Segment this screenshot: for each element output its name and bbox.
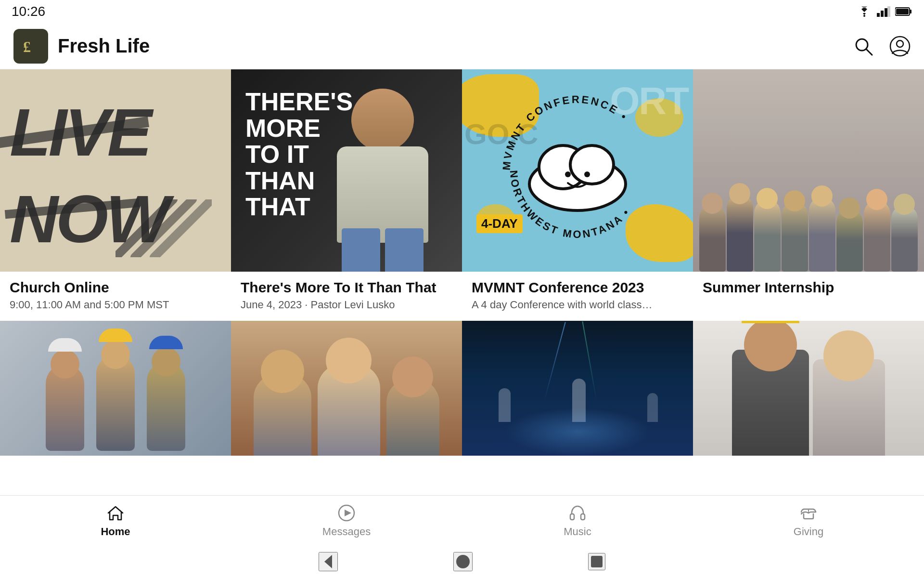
profile-button[interactable] (889, 36, 911, 57)
play-icon (337, 503, 356, 523)
svg-rect-29 (591, 556, 603, 567)
system-nav (0, 545, 924, 578)
svg-rect-6 (910, 10, 911, 13)
smiling-people (231, 321, 462, 456)
theres-more-subtitle: June 4, 2023 · Pastor Levi Lusko (241, 299, 452, 311)
profile-icon (889, 36, 911, 57)
card2-2-inner (231, 321, 462, 456)
card-mvmnt-conf[interactable]: ORT GO.C (462, 69, 693, 272)
cards-row-2 (0, 321, 924, 456)
svg-point-20 (584, 171, 590, 177)
wifi-icon (857, 6, 872, 17)
info-summer-internship: Summer Internship (693, 279, 924, 311)
workers-group (0, 321, 231, 456)
card2-1-inner (0, 321, 231, 456)
person1-body (732, 350, 809, 456)
person2-body (813, 359, 885, 456)
bottom-nav: Home Messages Music (0, 495, 924, 545)
cards-info-row: Church Online 9:00, 11:00 AM and 5:00 PM… (0, 272, 924, 321)
info-theres-more: There's More To It Than That June 4, 202… (231, 279, 462, 311)
live-text: LIVE (10, 93, 150, 171)
nav-item-music[interactable]: Music (462, 499, 693, 543)
system-home-button[interactable] (453, 552, 473, 571)
internship-title: Summer Internship (703, 279, 914, 296)
system-back-button[interactable] (319, 552, 338, 571)
svg-line-10 (866, 49, 872, 55)
svg-rect-7 (896, 9, 909, 14)
yellow-cap (742, 321, 799, 323)
church-online-subtitle: 9:00, 11:00 AM and 5:00 PM MST (10, 299, 221, 311)
svg-rect-1 (877, 13, 880, 17)
svg-rect-26 (581, 514, 585, 520)
svg-rect-3 (885, 8, 887, 17)
svg-point-18 (570, 145, 614, 184)
nav-item-messages[interactable]: Messages (231, 499, 462, 543)
mvmnt-title: MVMNT Conference 2023 (472, 279, 683, 296)
nav-item-home[interactable]: Home (0, 499, 231, 543)
status-time: 10:26 (12, 4, 45, 19)
cards-row-1: LIVE NOW THERE'SMORETO ITTHANTHAT (0, 69, 924, 272)
person1-head (744, 321, 797, 371)
couple-photo (693, 321, 924, 456)
system-home-icon (454, 553, 472, 570)
music-label: Music (564, 525, 591, 538)
theres-more-title: There's More To It Than That (241, 279, 452, 296)
info-mvmnt-conf: MVMNT Conference 2023 A 4 day Conference… (462, 279, 693, 311)
diagonal-lines (116, 199, 212, 257)
status-bar: 10:26 (0, 0, 924, 23)
recents-icon (589, 554, 604, 569)
giving-icon (799, 503, 818, 523)
mvmnt-cloud-shape (520, 126, 635, 215)
svg-point-12 (897, 40, 903, 47)
stage-glow (505, 407, 650, 456)
stage-light-1 (544, 322, 565, 401)
group-photo (693, 69, 924, 272)
svg-point-28 (456, 555, 470, 568)
more-bg: THERE'SMORETO ITTHANTHAT (231, 69, 462, 272)
card2-3-inner (462, 321, 693, 456)
svg-point-0 (863, 15, 865, 17)
svg-point-19 (565, 171, 571, 177)
back-icon (320, 553, 337, 570)
header: £ Fresh Life (0, 23, 924, 69)
headphones-icon (568, 503, 587, 523)
system-recents-button[interactable] (588, 553, 605, 570)
giving-label: Giving (794, 525, 823, 538)
home-label: Home (101, 525, 130, 538)
svg-marker-24 (345, 510, 351, 516)
person2-head (823, 330, 874, 381)
live-now-image: LIVE NOW (0, 69, 231, 272)
info-church-online: Church Online 9:00, 11:00 AM and 5:00 PM… (0, 279, 231, 311)
battery-icon (895, 7, 912, 16)
status-icons (857, 6, 912, 17)
mvmnt-inner: ORT GO.C (462, 69, 693, 272)
card-theres-more[interactable]: THERE'SMORETO ITTHANTHAT (231, 69, 462, 272)
mvmnt-subtitle: A 4 day Conference with world class… (472, 299, 683, 311)
card2-worship[interactable] (462, 321, 693, 456)
svg-text:£: £ (23, 38, 31, 55)
app-title: Fresh Life (58, 35, 853, 57)
search-button[interactable] (853, 36, 874, 57)
svg-rect-25 (570, 514, 574, 520)
card2-4-inner (693, 321, 924, 456)
svg-marker-27 (324, 555, 332, 568)
search-icon (853, 36, 874, 57)
nav-item-giving[interactable]: Giving (693, 499, 924, 543)
content-area: LIVE NOW THERE'SMORETO ITTHANTHAT (0, 69, 924, 456)
four-day-text: 4-DAY (476, 214, 523, 233)
signal-icon (877, 6, 890, 17)
app-logo: £ (13, 29, 48, 64)
logo-icon: £ (20, 36, 41, 57)
card2-couple[interactable] (693, 321, 924, 456)
card-summer-internship[interactable] (693, 69, 924, 272)
svg-rect-2 (881, 11, 884, 17)
card2-people[interactable] (231, 321, 462, 456)
header-actions (853, 36, 911, 57)
card-church-online[interactable]: LIVE NOW (0, 69, 231, 272)
svg-rect-4 (887, 6, 890, 17)
card2-missions[interactable] (0, 321, 231, 456)
messages-label: Messages (322, 525, 371, 538)
church-online-title: Church Online (10, 279, 221, 296)
internship-image (693, 69, 924, 272)
more-to-it-text: THERE'SMORETO ITTHANTHAT (245, 89, 353, 220)
